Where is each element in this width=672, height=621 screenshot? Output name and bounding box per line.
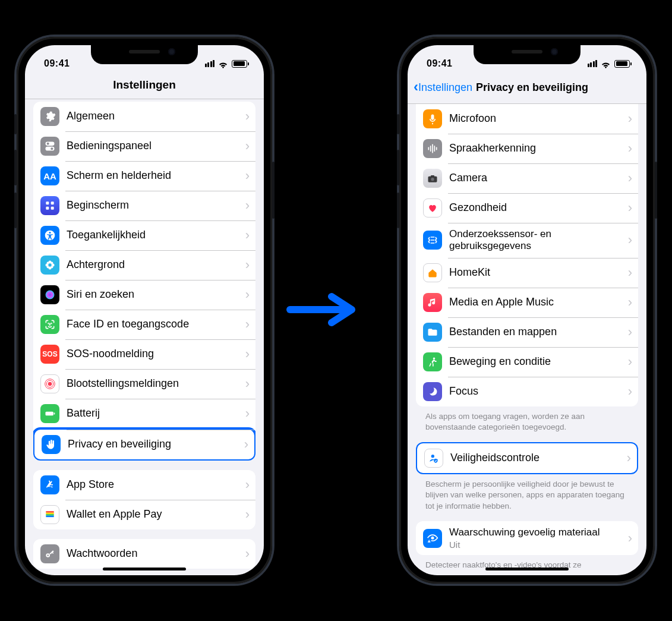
chevron-right-icon: › bbox=[628, 531, 632, 546]
siri-icon bbox=[40, 285, 59, 304]
chevron-right-icon: › bbox=[245, 346, 250, 362]
row-focus[interactable]: Focus › bbox=[416, 377, 638, 406]
row-veiligheidscontrole[interactable]: Veiligheidscontrole › bbox=[416, 442, 638, 474]
row-wachtwoorden[interactable]: Wachtwoorden › bbox=[33, 539, 255, 569]
row-label: Spraakherkenning bbox=[449, 142, 624, 155]
row-toegankelijkheid[interactable]: Toegankelijkheid › bbox=[33, 220, 255, 250]
chevron-right-icon: › bbox=[245, 406, 250, 421]
row-media-music[interactable]: Media en Apple Music › bbox=[416, 288, 638, 317]
svg-rect-6 bbox=[51, 201, 54, 204]
chevron-left-icon: ‹ bbox=[414, 78, 418, 95]
row-label: Wallet en Apple Pay bbox=[67, 508, 242, 521]
row-label: Beginscherm bbox=[67, 199, 242, 212]
row-homekit[interactable]: HomeKit › bbox=[416, 258, 638, 288]
settings-list: Algemeen › Bedieningspaneel › AA bbox=[25, 102, 264, 575]
row-algemeen[interactable]: Algemeen › bbox=[33, 102, 255, 131]
svg-rect-29 bbox=[46, 513, 53, 515]
camera-icon bbox=[423, 169, 442, 188]
svg-rect-28 bbox=[46, 511, 53, 513]
settings-group-2: App Store › Wallet en Apple Pay › bbox=[33, 470, 255, 529]
svg-rect-8 bbox=[51, 207, 54, 210]
row-camera[interactable]: Camera › bbox=[416, 163, 638, 193]
chevron-right-icon: › bbox=[245, 138, 250, 154]
row-sos[interactable]: SOS SOS-noodmelding › bbox=[33, 339, 255, 369]
switches-icon bbox=[40, 137, 59, 156]
row-siri[interactable]: Siri en zoeken › bbox=[33, 280, 255, 310]
chevron-right-icon: › bbox=[628, 324, 632, 340]
chevron-right-icon: › bbox=[628, 265, 632, 280]
cellular-icon bbox=[588, 60, 598, 67]
settings-group-3: Wachtwoorden › bbox=[33, 539, 255, 569]
svg-point-17 bbox=[47, 266, 49, 268]
row-label: HomeKit bbox=[449, 266, 624, 279]
row-label: Beweging en conditie bbox=[449, 355, 624, 368]
row-batterij[interactable]: Batterij › bbox=[33, 399, 255, 428]
svg-rect-30 bbox=[46, 514, 53, 516]
row-gezondheid[interactable]: Gezondheid › bbox=[416, 193, 638, 223]
row-label: Batterij bbox=[67, 407, 242, 420]
row-label: App Store bbox=[67, 478, 242, 491]
row-label: Camera bbox=[449, 172, 624, 185]
row-appstore[interactable]: App Store › bbox=[33, 470, 255, 500]
row-achtergrond[interactable]: Achtergrond › bbox=[33, 250, 255, 280]
page-title: Instellingen bbox=[25, 74, 264, 99]
chevron-right-icon: › bbox=[245, 477, 250, 493]
row-spraakherkenning[interactable]: Spraakherkenning › bbox=[416, 134, 638, 163]
svg-point-23 bbox=[48, 382, 52, 386]
hand-icon bbox=[42, 435, 61, 454]
svg-rect-26 bbox=[46, 412, 53, 416]
row-bedieningspaneel[interactable]: Bedieningspaneel › bbox=[33, 131, 255, 161]
row-label: Gezondheid bbox=[449, 201, 624, 215]
row-label: Focus bbox=[449, 385, 624, 398]
chevron-right-icon: › bbox=[628, 141, 632, 156]
privacy-list: Microfoon › Spraakherkenning › bbox=[408, 104, 646, 575]
svg-rect-5 bbox=[46, 201, 49, 204]
row-label: SOS-noodmelding bbox=[67, 348, 242, 361]
svg-rect-27 bbox=[54, 412, 55, 414]
home-indicator[interactable] bbox=[103, 568, 186, 570]
svg-point-16 bbox=[51, 262, 53, 264]
row-bestanden[interactable]: Bestanden en mappen › bbox=[416, 317, 638, 347]
home-indicator[interactable] bbox=[485, 568, 569, 570]
row-label: Waarschuwing gevoelig materiaal bbox=[449, 527, 624, 538]
svg-point-22 bbox=[51, 323, 52, 324]
svg-rect-31 bbox=[46, 516, 53, 518]
row-scherm-helderheid[interactable]: AA Scherm en helderheid › bbox=[33, 161, 255, 191]
svg-point-21 bbox=[48, 323, 49, 324]
svg-point-20 bbox=[46, 291, 55, 300]
privacy-group-b: Veiligheidscontrole › bbox=[416, 442, 638, 474]
row-blootstelling[interactable]: Blootstellingsmeldingen › bbox=[33, 369, 255, 399]
chevron-right-icon: › bbox=[245, 228, 250, 243]
chevron-right-icon: › bbox=[628, 111, 632, 127]
row-beginscherm[interactable]: Beginscherm › bbox=[33, 191, 255, 220]
row-faceid[interactable]: Face ID en toegangscode › bbox=[33, 310, 255, 339]
chevron-right-icon: › bbox=[628, 384, 632, 399]
row-onderzoekssensor[interactable]: Onderzoekssensor- en gebruiksgegevens › bbox=[416, 223, 638, 258]
heart-icon bbox=[423, 198, 442, 217]
row-label: Privacy en beveiliging bbox=[68, 438, 241, 451]
home-icon bbox=[423, 263, 442, 282]
row-wallet[interactable]: Wallet en Apple Pay › bbox=[33, 500, 255, 529]
chevron-right-icon: › bbox=[244, 437, 248, 452]
privacy-group-a: Microfoon › Spraakherkenning › bbox=[416, 104, 638, 406]
row-microfoon[interactable]: Microfoon › bbox=[416, 104, 638, 134]
row-beweging[interactable]: Beweging en conditie › bbox=[416, 347, 638, 377]
row-privacy-beveiliging[interactable]: Privacy en beveiliging › bbox=[33, 427, 255, 461]
sos-icon: SOS bbox=[40, 345, 59, 364]
note-a: Als apps om toegang vragen, worden ze aa… bbox=[416, 406, 638, 433]
chevron-right-icon: › bbox=[245, 287, 250, 302]
waveform-icon bbox=[423, 139, 442, 158]
chevron-right-icon: › bbox=[245, 376, 250, 392]
folder-icon bbox=[423, 323, 442, 342]
chevron-right-icon: › bbox=[245, 546, 250, 562]
svg-point-15 bbox=[47, 262, 49, 264]
music-icon bbox=[423, 293, 442, 312]
settings-group-1: Algemeen › Bedieningspaneel › AA bbox=[33, 102, 255, 461]
row-waarschuwing-gevoelig[interactable]: ! Waarschuwing gevoelig materiaal Uit › bbox=[416, 521, 638, 555]
chevron-right-icon: › bbox=[628, 171, 632, 186]
gear-icon bbox=[40, 107, 59, 126]
flower-icon bbox=[40, 256, 59, 275]
svg-point-4 bbox=[51, 147, 53, 150]
phone-right: 09:41 ‹ Instellingen Privacy en beveilig… bbox=[399, 37, 655, 584]
svg-point-18 bbox=[51, 266, 53, 268]
